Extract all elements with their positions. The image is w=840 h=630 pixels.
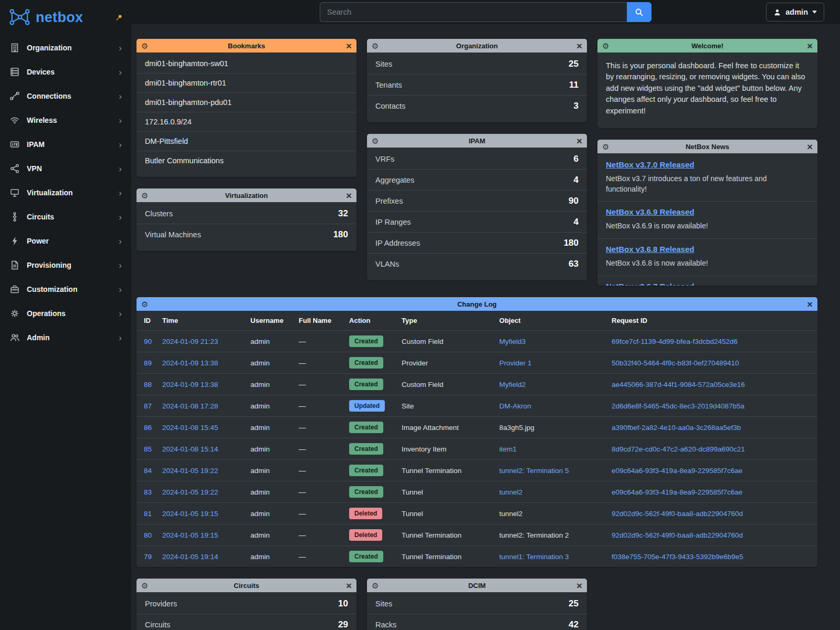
changelog-request-link[interactable]: ae445066-387d-44f1-9084-572a05ce3e16	[612, 381, 745, 388]
sidebar-item-customization[interactable]: Customization ›	[0, 277, 131, 301]
changelog-request-link[interactable]: 2d6d6e8f-5465-45dc-8ec3-2019d4087b5a	[612, 402, 744, 410]
sidebar-item-power[interactable]: Power ›	[0, 229, 131, 253]
sidebar-item-admin[interactable]: Admin ›	[0, 326, 131, 350]
changelog-request-link[interactable]: 50b32f40-5464-4f9c-b83f-0ef270489410	[612, 359, 739, 367]
stat-value[interactable]: 3	[574, 101, 579, 111]
sidebar-item-devices[interactable]: Devices ›	[0, 60, 131, 84]
stat-value[interactable]: 11	[569, 80, 579, 90]
changelog-id-link[interactable]: 83	[144, 488, 152, 496]
sidebar-item-wireless[interactable]: Wireless ›	[0, 108, 131, 132]
changelog-object-link[interactable]: tunnel2	[499, 488, 522, 496]
widget-config-icon[interactable]: ⚙	[372, 137, 379, 145]
widget-config-icon[interactable]: ⚙	[141, 300, 148, 308]
stat-value[interactable]: 10	[338, 598, 348, 609]
widget-close-icon[interactable]: ×	[807, 41, 813, 51]
changelog-time-link[interactable]: 2024-01-09 21:23	[162, 338, 218, 345]
changelog-id-link[interactable]: 79	[144, 553, 152, 561]
widget-close-icon[interactable]: ×	[576, 136, 582, 146]
sidebar-item-circuits[interactable]: Circuits ›	[0, 205, 131, 229]
changelog-object-link[interactable]: tunnel2: Termination 5	[499, 467, 569, 475]
stat-value[interactable]: 29	[338, 620, 348, 630]
brand[interactable]: netbox	[0, 0, 131, 36]
changelog-request-link[interactable]: e09c64a6-93f3-419a-8ea9-229585f7c6ae	[612, 467, 742, 475]
changelog-time-link[interactable]: 2024-01-08 17:28	[162, 402, 218, 410]
changelog-id-link[interactable]: 84	[144, 467, 152, 475]
stat-value[interactable]: 4	[574, 217, 579, 227]
bookmark-item[interactable]: dmi01-binghamton-sw01	[136, 54, 356, 73]
stat-value[interactable]: 25	[569, 59, 579, 69]
stat-value[interactable]: 180	[333, 229, 348, 240]
stat-value[interactable]: 25	[569, 598, 579, 609]
changelog-time-link[interactable]: 2024-01-05 19:22	[162, 467, 218, 475]
widget-config-icon[interactable]: ⚙	[372, 582, 379, 590]
bookmark-item[interactable]: dmi01-binghamton-rtr01	[136, 73, 356, 92]
sidebar-item-connections[interactable]: Connections ›	[0, 84, 131, 108]
changelog-time-link[interactable]: 2024-01-05 19:15	[162, 531, 218, 539]
widget-config-icon[interactable]: ⚙	[602, 42, 609, 50]
changelog-request-link[interactable]: f038e755-705e-47f3-9433-5392b9e6b9e5	[612, 553, 743, 561]
changelog-time-link[interactable]: 2024-01-05 19:22	[162, 488, 218, 496]
stat-value[interactable]: 180	[564, 238, 579, 248]
changelog-id-link[interactable]: 85	[144, 445, 152, 453]
bookmark-item[interactable]: Butler Communications	[136, 151, 356, 170]
widget-close-icon[interactable]: ×	[576, 581, 582, 591]
news-link[interactable]: NetBox v3.6.8 Released	[606, 245, 694, 254]
changelog-object-link[interactable]: Myfield2	[499, 381, 526, 388]
changelog-id-link[interactable]: 86	[144, 424, 152, 432]
stat-value[interactable]: 42	[569, 620, 579, 630]
sidebar-item-virtualization[interactable]: Virtualization ›	[0, 181, 131, 205]
stat-value[interactable]: 32	[338, 208, 348, 219]
changelog-request-link[interactable]: 69fce7cf-1139-4d99-bfea-f3dcbd2452d6	[612, 338, 738, 345]
changelog-time-link[interactable]: 2024-01-09 13:38	[162, 359, 218, 367]
widget-close-icon[interactable]: ×	[346, 581, 352, 591]
changelog-request-link[interactable]: a390fbef-2a82-4e10-aa0a-3c268aa5ef3b	[612, 424, 741, 432]
changelog-time-link[interactable]: 2024-01-08 15:45	[162, 424, 218, 432]
changelog-request-link[interactable]: 92d02d9c-562f-49f0-baa8-adb22904760d	[612, 531, 743, 539]
sidebar-item-organization[interactable]: Organization ›	[0, 36, 131, 60]
widget-config-icon[interactable]: ⚙	[141, 192, 148, 200]
changelog-request-link[interactable]: 8d9cd72e-cd0c-47c2-a620-dc899a690c21	[612, 445, 745, 453]
changelog-object-link[interactable]: tunnel2: Termination 2	[499, 531, 569, 539]
changelog-time-link[interactable]: 2024-01-08 15:14	[162, 445, 218, 453]
changelog-object-link[interactable]: 8a3gh5.jpg	[499, 424, 534, 432]
bookmark-item[interactable]: dmi01-binghamton-pdu01	[136, 92, 356, 112]
news-link[interactable]: NetBox v3.6.9 Released	[606, 207, 694, 216]
changelog-time-link[interactable]: 2024-01-05 19:15	[162, 510, 218, 518]
changelog-object-link[interactable]: item1	[499, 445, 517, 453]
changelog-id-link[interactable]: 81	[144, 510, 152, 518]
changelog-object-link[interactable]: Myfield3	[499, 338, 526, 345]
changelog-object-link[interactable]: tunnel2	[499, 510, 522, 518]
widget-close-icon[interactable]: ×	[576, 41, 582, 51]
news-link[interactable]: NetBox v3.7.0 Released	[606, 160, 694, 169]
changelog-object-link[interactable]: tunnel1: Termination 3	[499, 553, 569, 561]
changelog-id-link[interactable]: 88	[144, 381, 152, 388]
widget-close-icon[interactable]: ×	[346, 191, 352, 201]
sidebar-item-ipam[interactable]: IPAM ›	[0, 132, 131, 156]
widget-config-icon[interactable]: ⚙	[372, 42, 379, 50]
stat-value[interactable]: 63	[569, 259, 579, 269]
widget-config-icon[interactable]: ⚙	[141, 582, 148, 590]
stat-value[interactable]: 90	[569, 196, 579, 206]
widget-close-icon[interactable]: ×	[807, 142, 813, 152]
changelog-id-link[interactable]: 89	[144, 359, 152, 367]
user-menu-button[interactable]: admin	[766, 3, 824, 22]
changelog-id-link[interactable]: 87	[144, 402, 152, 410]
changelog-id-link[interactable]: 90	[144, 338, 152, 345]
widget-close-icon[interactable]: ×	[807, 299, 813, 309]
stat-value[interactable]: 6	[574, 154, 579, 164]
pin-sidebar-icon[interactable]	[115, 14, 123, 22]
sidebar-item-provisioning[interactable]: Provisioning ›	[0, 253, 131, 277]
stat-value[interactable]: 4	[574, 175, 579, 185]
changelog-id-link[interactable]: 80	[144, 531, 152, 539]
changelog-request-link[interactable]: 92d02d9c-562f-49f0-baa8-adb22904760d	[612, 510, 743, 518]
sidebar-item-operations[interactable]: Operations ›	[0, 301, 131, 326]
sidebar-item-vpn[interactable]: VPN ›	[0, 156, 131, 181]
changelog-object-link[interactable]: DM-Akron	[499, 402, 531, 410]
changelog-request-link[interactable]: e09c64a6-93f3-419a-8ea9-229585f7c6ae	[612, 488, 742, 496]
search-button[interactable]	[627, 2, 652, 22]
widget-close-icon[interactable]: ×	[346, 41, 352, 51]
news-link[interactable]: NetBox v3.6.7 Released	[606, 282, 694, 286]
changelog-object-link[interactable]: Provider 1	[499, 359, 532, 367]
changelog-time-link[interactable]: 2024-01-09 13:38	[162, 381, 218, 388]
widget-config-icon[interactable]: ⚙	[141, 42, 148, 50]
